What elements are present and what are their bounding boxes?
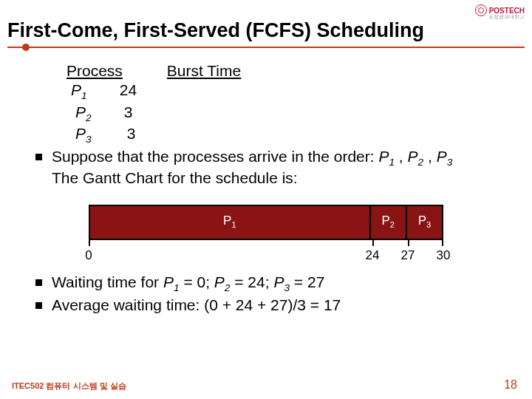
gantt-bar: P1 P2 P3 [89, 205, 443, 240]
tick-0: 0 [85, 248, 92, 263]
title-rule [7, 47, 525, 48]
table-row: P1 24 [71, 81, 510, 102]
col-burst: Burst Time [167, 62, 241, 79]
gantt-seg-p3: P3 [407, 206, 442, 239]
tick-27: 27 [401, 248, 415, 263]
seal-icon [475, 4, 487, 16]
bullet-waiting-time: Waiting time for P1 = 0; P2 = 24; P3 = 2… [35, 273, 510, 294]
gantt-seg-p1: P1 [90, 206, 371, 239]
footer-text: ITEC502 컴퓨터 시스템 및 실습 [12, 381, 126, 392]
brand-subtitle: 포항공과대학교 [488, 13, 525, 21]
tick-30: 30 [437, 248, 451, 263]
table-row: P3 3 [75, 124, 510, 146]
slide: POSTECH 포항공과대학교 First-Come, First-Served… [0, 0, 532, 399]
table-header: Process Burst Time [66, 61, 510, 81]
tick-24: 24 [366, 248, 380, 263]
content: Process Burst Time P1 24 P2 3 P3 3 Suppo… [0, 48, 532, 315]
col-process: Process [66, 61, 163, 81]
gantt-ticks [89, 240, 443, 246]
bullet-arrive-order: Suppose that the processes arrive in the… [35, 147, 510, 188]
page-number: 18 [504, 378, 517, 392]
gantt-axis: 0 24 27 30 [89, 246, 443, 262]
gantt-seg-p2: P2 [371, 206, 407, 239]
page-title: First-Come, First-Served (FCFS) Scheduli… [0, 0, 532, 45]
bullet-average-wait: Average waiting time: (0 + 24 + 27)/3 = … [35, 296, 510, 315]
table-row: P2 3 [75, 103, 510, 124]
gantt-chart: P1 P2 P3 0 24 27 30 [89, 205, 443, 262]
